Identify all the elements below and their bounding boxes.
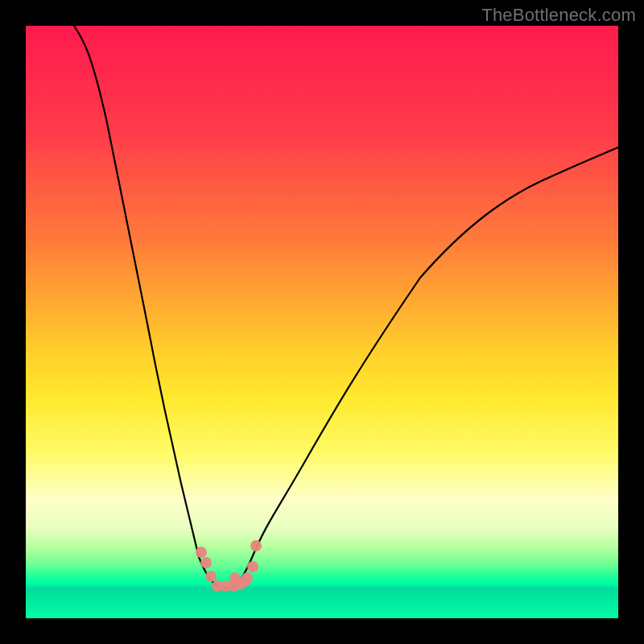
- dot: [250, 540, 262, 551]
- plot-area: [26, 26, 618, 618]
- watermark-text: TheBottleneck.com: [481, 5, 636, 26]
- right-curve-path: [227, 147, 618, 588]
- dot: [242, 572, 253, 584]
- dot: [200, 557, 212, 568]
- trough-dots-group: [196, 540, 262, 592]
- left-curve-path: [74, 26, 227, 588]
- curve-svg: [26, 26, 618, 618]
- outer-frame: TheBottleneck.com: [0, 0, 644, 644]
- dot: [205, 571, 217, 582]
- dot: [196, 547, 207, 558]
- dot: [247, 561, 258, 572]
